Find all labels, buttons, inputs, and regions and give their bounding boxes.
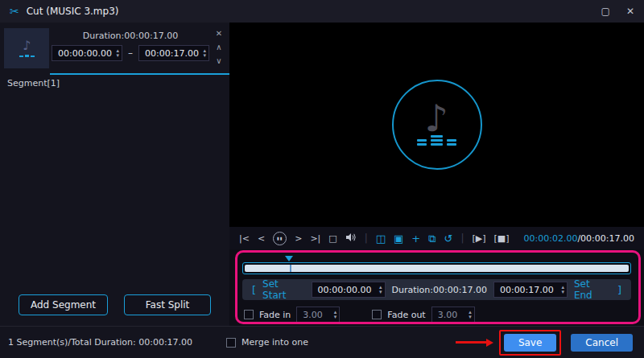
fade-in-checkbox[interactable]: [244, 310, 254, 319]
spin-down-icon[interactable]: ▾: [469, 315, 472, 319]
step-back-button[interactable]: <: [258, 234, 265, 243]
playhead-line: [290, 265, 291, 272]
segment-label: Segment[1]: [7, 78, 229, 88]
pause-icon: ▮▮: [277, 237, 283, 241]
timeline-track[interactable]: [242, 262, 631, 274]
segment-header: ♪ Duration:00:00:17.00 00:00:00.00 ▴ ▾ –: [0, 23, 229, 68]
cut-dialog-window: ✂ Cut (MUSIC 3.mp3) ▢ ✕ ♪ Duration:00:00…: [0, 0, 644, 358]
merge-checkbox[interactable]: [226, 338, 236, 348]
segment-move-up-icon[interactable]: ∧: [216, 43, 221, 51]
spin-down-icon[interactable]: ▾: [561, 290, 564, 294]
segment-start-input[interactable]: 00:00:00.00 ▴ ▾: [52, 45, 122, 61]
merge-option: Merge into one: [226, 337, 308, 348]
segment-panel-actions: Add Segment Fast Split: [0, 294, 229, 315]
fade-out-value: 3.00: [438, 310, 458, 320]
snapshot-button[interactable]: ▣: [394, 233, 403, 244]
fade-in-value: 3.00: [303, 310, 323, 320]
trim-duration-label: Duration:00:00:17.00: [392, 285, 487, 295]
fade-in-input[interactable]: 3.00 ▴ ▾: [296, 307, 340, 323]
video-preview: ♪: [229, 23, 644, 227]
equalizer-icon: [417, 135, 456, 146]
fade-out-checkbox[interactable]: [372, 310, 382, 319]
playhead-marker[interactable]: [285, 256, 293, 261]
fast-split-button[interactable]: Fast Split: [124, 294, 211, 315]
segment-time-row: 00:00:00.00 ▴ ▾ – 00:00:17.00 ▴ ▾: [52, 45, 209, 61]
segment-start-value: 00:00:00.00: [58, 48, 112, 59]
scissors-icon: ✂: [10, 6, 19, 17]
fade-in-label: Fade in: [259, 310, 291, 320]
end-bracket-icon: ]: [617, 284, 621, 296]
spinner-arrows[interactable]: ▴ ▾: [561, 285, 564, 294]
set-end-button[interactable]: Set End: [574, 278, 611, 301]
spinner-arrows[interactable]: ▴ ▾: [469, 310, 472, 319]
equalizer-icon: [19, 55, 35, 57]
toolbar-separator: |: [460, 232, 464, 244]
volume-icon: [345, 232, 357, 242]
audio-placeholder: ♪: [392, 80, 482, 170]
add-segment-button[interactable]: Add Segment: [19, 294, 108, 315]
set-start-button[interactable]: Set Start: [262, 278, 304, 301]
spin-down-icon[interactable]: ▾: [379, 290, 382, 294]
timeline-selection-fill: [245, 265, 629, 272]
trim-end-value: 00:00:17.00: [500, 285, 554, 295]
trim-end-input[interactable]: 00:00:17.00 ▴ ▾: [493, 282, 568, 298]
spinner-arrows[interactable]: ▴ ▾: [116, 48, 119, 58]
footer-bar: 1 Segment(s)/Total Duration: 00:00:17.00…: [0, 326, 644, 358]
split-segment-button[interactable]: ◫: [376, 233, 386, 244]
spin-down-icon[interactable]: ▾: [334, 315, 337, 319]
merge-label: Merge into one: [242, 337, 308, 348]
current-time: 00:00:02.00: [523, 233, 577, 244]
reset-button[interactable]: ↺: [444, 233, 453, 244]
total-time: /00:00:17.00: [577, 233, 634, 244]
segment-remove-icon[interactable]: ✕: [216, 29, 222, 38]
fade-out-input[interactable]: 3.00 ▴ ▾: [431, 307, 475, 323]
spinner-arrows[interactable]: ▴ ▾: [379, 285, 382, 294]
spin-down-icon[interactable]: ▾: [203, 53, 206, 58]
segment-move-down-icon[interactable]: ∨: [216, 56, 221, 65]
save-button[interactable]: Save: [504, 334, 556, 352]
window-title: Cut (MUSIC 3.mp3): [27, 6, 119, 17]
spinner-arrows[interactable]: ▴ ▾: [203, 48, 206, 58]
trim-section: [ Set Start 00:00:00.00 ▴ ▾ Duration:00:…: [229, 249, 644, 326]
trim-start-input[interactable]: 00:00:00.00 ▴ ▾: [312, 282, 386, 298]
volume-button[interactable]: [345, 232, 357, 244]
annotation-arrow: [456, 341, 486, 344]
music-note-icon: ♪: [425, 100, 448, 137]
stop-button[interactable]: □: [328, 234, 336, 243]
pause-button[interactable]: ▮▮: [273, 232, 287, 245]
titlebar: ✂ Cut (MUSIC 3.mp3) ▢ ✕: [0, 0, 644, 23]
preview-panel: ♪ |< < ▮▮ > >| □: [229, 23, 644, 326]
range-dash: –: [128, 47, 133, 59]
music-note-icon: ♪: [23, 39, 31, 52]
timeline-slider[interactable]: [242, 257, 631, 274]
start-bracket-icon: [: [252, 284, 256, 296]
skip-to-end-button[interactable]: >|: [310, 234, 320, 243]
trim-controls-bar: [ Set Start 00:00:00.00 ▴ ▾ Duration:00:…: [242, 279, 631, 300]
segment-thumbnail[interactable]: ♪: [4, 28, 49, 68]
segment-controls: ✕ ∧ ∨: [212, 28, 226, 68]
segment-end-input[interactable]: 00:00:17.00 ▴ ▾: [138, 45, 209, 61]
fade-controls: Fade in 3.00 ▴ ▾ Fade out 3.00 ▴ ▾: [242, 307, 631, 323]
add-segment-icon-button[interactable]: +: [411, 233, 420, 244]
segment-panel: ♪ Duration:00:00:17.00 00:00:00.00 ▴ ▾ –: [0, 23, 229, 326]
skip-to-start-button[interactable]: |<: [239, 234, 250, 243]
toolbar-separator: |: [365, 232, 368, 244]
playback-toolbar: |< < ▮▮ > >| □ | ◫ ▣ + ⧉ ↺ | [▶] [■: [229, 227, 644, 249]
status-text: 1 Segment(s)/Total Duration: 00:00:17.00: [8, 337, 192, 348]
close-button[interactable]: ✕: [626, 6, 634, 17]
stop-segment-button[interactable]: [■]: [494, 234, 510, 243]
spinner-arrows[interactable]: ▴ ▾: [334, 310, 337, 319]
trim-start-value: 00:00:00.00: [318, 285, 372, 295]
maximize-button[interactable]: ▢: [601, 6, 610, 17]
segment-time-editor: Duration:00:00:17.00 00:00:00.00 ▴ ▾ – 0…: [49, 28, 212, 68]
play-segment-button[interactable]: [▶]: [473, 234, 486, 243]
window-controls: ▢ ✕: [601, 6, 634, 17]
time-display: 00:00:02.00/00:00:17.00: [523, 233, 634, 244]
segment-duration-label: Duration:00:00:17.00: [83, 31, 178, 41]
fade-out-label: Fade out: [387, 310, 425, 320]
spin-down-icon[interactable]: ▾: [116, 53, 119, 58]
annotation-save-highlight: Save: [499, 330, 561, 356]
copy-segment-button[interactable]: ⧉: [428, 233, 436, 244]
cancel-button[interactable]: Cancel: [571, 334, 633, 352]
step-forward-button[interactable]: >: [295, 234, 302, 243]
